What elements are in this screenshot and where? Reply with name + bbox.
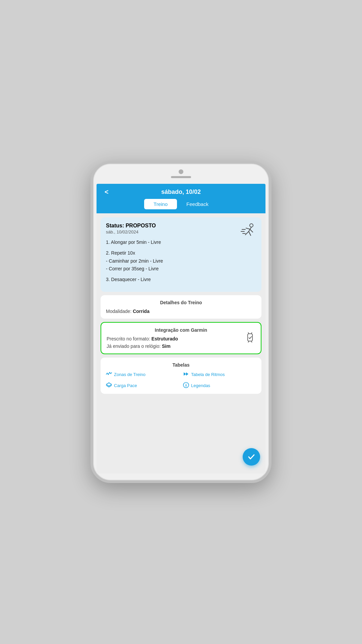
svg-line-5 [249,231,251,235]
svg-rect-9 [248,334,252,341]
garmin-format-row: Prescrito no formato: Estruturado [107,336,255,341]
details-title: Detalhes do Treino [106,300,256,305]
modality-row: Modalidade: Corrida [106,309,256,314]
activity-icon [106,371,112,378]
header-top: < sábado, 10/02 [102,189,260,196]
link-ritmos[interactable]: Tabela de Ritmos [183,371,256,378]
garmin-sent-label: Já enviado para o relógio: [107,343,161,349]
link-legendas[interactable]: Legendas [183,382,256,389]
garmin-watch-icon [244,331,256,345]
garmin-format-value: Estruturado [152,336,178,341]
fab-confirm[interactable] [243,448,260,466]
tab-bar: Treino Feedback [102,199,260,209]
svg-point-19 [186,383,186,384]
modality-label: Modalidade: [106,309,131,314]
back-button[interactable]: < [102,187,111,197]
tables-title: Tabelas [106,362,256,368]
tab-treino[interactable]: Treino [144,199,177,209]
garmin-card: Integração com Garmin Prescrito no forma… [101,322,261,354]
status-date: sáb., 10/02/2024 [106,229,256,234]
garmin-title: Integração com Garmin [107,327,255,333]
header-title: sábado, 10/02 [161,189,201,196]
legendas-label: Legendas [191,383,210,388]
status-title: Status: PROPOSTO [106,223,256,229]
workout-step3: 3. Desaquecer - Livre [106,276,256,284]
phone-screen: < sábado, 10/02 Treino Feedback [97,184,265,474]
speaker [171,176,191,178]
svg-marker-15 [186,372,188,376]
details-card: Detalhes do Treino Modalidade: Corrida [101,295,261,319]
svg-point-0 [250,224,253,227]
workout-step1: 1. Alongar por 5min - Livre [106,238,256,247]
garmin-sent-row: Já enviado para o relógio: Sim [107,343,255,349]
running-icon [239,222,257,243]
link-carga[interactable]: Carga Pace [106,382,179,389]
modality-value: Corrida [133,309,149,314]
svg-marker-14 [184,372,186,376]
camera [179,169,183,174]
tables-card: Tabelas Zonas de Treino [101,358,261,394]
svg-line-4 [245,231,249,235]
workout-text: 1. Alongar por 5min - Livre 2. Repetir 1… [106,238,256,284]
svg-line-3 [250,230,253,232]
content-area: Status: PROPOSTO sáb., 10/02/2024 1. Alo… [97,213,265,474]
link-zonas[interactable]: Zonas de Treino [106,371,179,378]
zonas-label: Zonas de Treino [114,372,145,377]
app-header: < sábado, 10/02 Treino Feedback [97,184,265,213]
status-card: Status: PROPOSTO sáb., 10/02/2024 1. Alo… [101,217,261,292]
tab-feedback[interactable]: Feedback [177,199,218,209]
garmin-sent-value: Sim [162,343,171,349]
layers-icon [106,382,112,389]
fast-forward-icon [183,371,189,378]
phone-notch [93,164,269,184]
garmin-format-label: Prescrito no formato: [107,336,150,341]
svg-line-2 [246,228,250,229]
tables-grid: Zonas de Treino Tabela de Ritmos [106,371,256,389]
workout-step2: 2. Repetir 10x - Caminhar por 2min - Liv… [106,249,256,273]
info-icon [183,382,189,389]
svg-marker-16 [106,383,112,386]
carga-label: Carga Pace [114,383,137,388]
ritmos-label: Tabela de Ritmos [191,372,225,377]
phone-frame: < sábado, 10/02 Treino Feedback [90,161,272,483]
